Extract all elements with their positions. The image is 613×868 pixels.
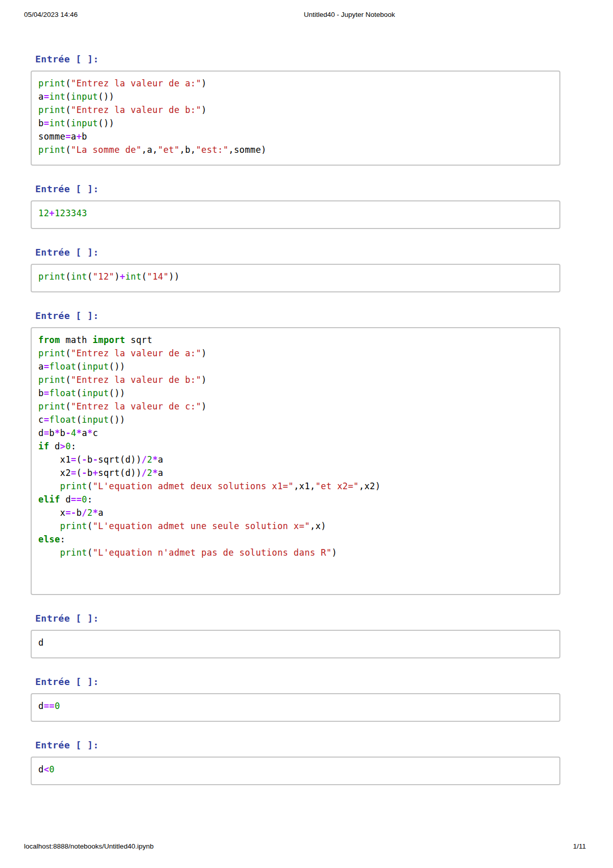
code-cell-box[interactable]: d <box>31 630 560 658</box>
code-token-v: d <box>38 428 44 438</box>
code-token-v: b <box>60 428 66 438</box>
code-token-v: ( <box>65 401 71 412</box>
code-token-v <box>38 481 60 491</box>
code-token-n: 0 <box>82 494 87 505</box>
code-token-o: / <box>82 508 87 518</box>
notebook-cell: Entrée [ ]:print("Entrez la valeur de a:… <box>31 53 560 166</box>
notebook-cell: Entrée [ ]:d<0 <box>31 739 560 785</box>
code-token-s: "Entrez la valeur de a:" <box>71 78 201 88</box>
code-token-o: = <box>71 468 77 478</box>
notebook-cell: Entrée [ ]:d <box>31 612 560 658</box>
input-prompt: Entrée [ ]: <box>35 739 560 751</box>
code-token-v: math <box>60 335 93 345</box>
code-token-v: a <box>71 131 77 142</box>
code-token-o: == <box>44 701 55 711</box>
code-token-v: d <box>49 441 60 451</box>
code-cell-box[interactable]: d==0 <box>31 693 560 722</box>
code-token-v: ) <box>201 348 207 358</box>
code-token-v: : <box>60 534 66 544</box>
code-token-s: "L'equation admet deux solutions x1=" <box>92 481 294 491</box>
code-source: from math import sqrt print("Entrez la v… <box>38 333 552 586</box>
notebook-cell: Entrée [ ]:d==0 <box>31 676 560 722</box>
code-token-o: * <box>92 508 98 518</box>
code-token-b: input <box>82 361 109 372</box>
code-token-s: "14" <box>147 271 169 282</box>
code-token-o: - <box>65 428 71 438</box>
code-token-b: input <box>71 92 98 102</box>
code-token-o: - <box>82 468 87 478</box>
code-token-v <box>38 547 60 558</box>
code-token-k: from <box>38 335 60 345</box>
code-cell-box[interactable]: print("Entrez la valeur de a:") a=int(in… <box>31 71 560 166</box>
input-prompt: Entrée [ ]: <box>35 53 560 65</box>
code-token-s: "et" <box>158 145 180 155</box>
printed-notebook-page: { "header": { "date": "05/04/2023 14:46"… <box>0 0 613 868</box>
code-token-s: "12" <box>92 271 114 282</box>
code-token-v: ( <box>65 375 71 385</box>
code-cell-box[interactable]: print(int("12")+int("14")) <box>31 264 560 292</box>
code-token-v: ) <box>201 78 207 88</box>
code-token-b: int <box>49 118 65 128</box>
code-token-o: = <box>65 131 71 142</box>
code-token-v: ,x1, <box>294 481 316 491</box>
code-source: d<0 <box>38 763 552 776</box>
code-token-b: input <box>82 415 109 425</box>
code-token-v: ( <box>65 105 71 115</box>
code-token-n: 2 <box>147 468 153 478</box>
code-token-o: = <box>44 415 50 425</box>
code-token-b: print <box>38 78 65 88</box>
code-cell-box[interactable]: 12+123343 <box>31 200 560 229</box>
code-token-b: float <box>49 361 76 372</box>
notebook-cell: Entrée [ ]:12+123343 <box>31 183 560 229</box>
code-token-v: ( <box>65 118 71 128</box>
code-token-o: > <box>60 441 66 451</box>
code-token-o: < <box>44 764 50 774</box>
code-token-v: d <box>38 764 44 774</box>
code-token-b: int <box>71 271 87 282</box>
code-token-v: d <box>38 701 44 711</box>
code-token-v: b <box>76 508 82 518</box>
input-prompt: Entrée [ ]: <box>35 246 560 259</box>
code-token-v: b <box>38 118 44 128</box>
code-token-o: * <box>152 468 158 478</box>
code-token-v: )) <box>169 271 179 282</box>
code-token-v: c <box>92 428 98 438</box>
notebook-cell: Entrée [ ]:print(int("12")+int("14")) <box>31 246 560 292</box>
code-token-v: a <box>158 454 163 465</box>
code-token-k: elif <box>38 494 60 505</box>
code-cell-box[interactable]: d<0 <box>31 757 560 785</box>
code-token-k: else <box>38 534 60 544</box>
code-token-v: : <box>71 441 77 451</box>
code-token-v: b <box>38 388 44 398</box>
code-token-n: 2 <box>147 454 153 465</box>
code-token-v: d <box>38 637 44 648</box>
code-token-o: * <box>76 428 82 438</box>
code-token-o: + <box>76 131 82 142</box>
code-token-v: ( <box>87 521 93 531</box>
code-token-v: b <box>49 428 55 438</box>
code-token-b: print <box>38 375 65 385</box>
notebook-url: localhost:8888/notebooks/Untitled40.ipyn… <box>24 842 154 850</box>
code-token-v: ( <box>87 481 93 491</box>
code-token-v: ( <box>65 271 71 282</box>
code-token-v: a <box>38 92 44 102</box>
input-prompt: Entrée [ ]: <box>35 310 560 322</box>
code-token-b: int <box>49 92 65 102</box>
code-token-v: sqrt(d)) <box>98 454 142 465</box>
code-token-v <box>38 521 60 531</box>
code-token-v: ()) <box>98 118 114 128</box>
code-token-v: ) <box>201 375 207 385</box>
code-token-o: - <box>82 454 87 465</box>
code-token-o: =- <box>65 508 76 518</box>
code-token-n: 2 <box>87 508 93 518</box>
code-token-v: ( <box>76 468 82 478</box>
code-token-s: "Entrez la valeur de b:" <box>71 105 201 115</box>
code-cell-box[interactable]: from math import sqrt print("Entrez la v… <box>31 327 560 595</box>
code-token-v: ,b, <box>180 145 196 155</box>
code-token-s: "L'equation n'admet pas de solutions dan… <box>92 547 332 558</box>
code-token-o: = <box>44 388 50 398</box>
code-token-o: = <box>44 92 50 102</box>
code-token-v: ) <box>201 105 207 115</box>
code-source: d <box>38 636 552 649</box>
code-token-b: input <box>71 118 98 128</box>
